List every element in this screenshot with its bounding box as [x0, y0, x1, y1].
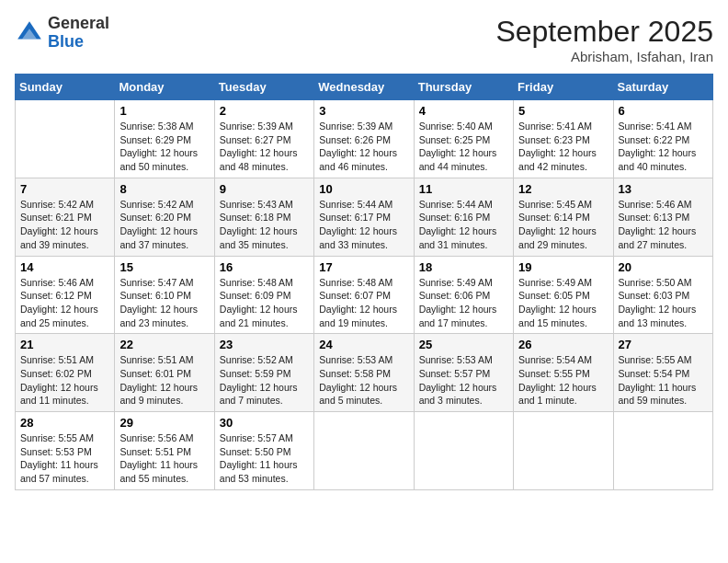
day-number: 11 — [419, 182, 508, 196]
week-row-4: 21Sunrise: 5:51 AM Sunset: 6:02 PM Dayli… — [16, 334, 713, 412]
day-info: Sunrise: 5:53 AM Sunset: 5:57 PM Dayligh… — [419, 353, 508, 408]
day-number: 24 — [319, 338, 408, 351]
day-number: 13 — [619, 182, 708, 196]
day-cell: 10Sunrise: 5:44 AM Sunset: 6:17 PM Dayli… — [314, 178, 414, 256]
day-number: 23 — [220, 338, 309, 351]
day-number: 27 — [619, 338, 708, 351]
day-info: Sunrise: 5:42 AM Sunset: 6:20 PM Dayligh… — [119, 198, 209, 252]
day-info: Sunrise: 5:41 AM Sunset: 6:22 PM Dayligh… — [619, 120, 708, 174]
day-cell: 23Sunrise: 5:52 AM Sunset: 5:59 PM Dayli… — [214, 334, 313, 412]
logo-text: General Blue — [48, 15, 109, 52]
day-info: Sunrise: 5:53 AM Sunset: 5:58 PM Dayligh… — [319, 353, 408, 408]
day-number: 22 — [119, 338, 209, 351]
day-number: 30 — [220, 416, 309, 430]
day-number: 5 — [518, 104, 608, 118]
day-cell — [414, 412, 513, 490]
day-cell: 25Sunrise: 5:53 AM Sunset: 5:57 PM Dayli… — [414, 334, 513, 412]
col-header-sunday: Sunday — [16, 75, 115, 100]
day-info: Sunrise: 5:41 AM Sunset: 6:23 PM Dayligh… — [518, 120, 608, 174]
col-header-saturday: Saturday — [613, 75, 712, 100]
day-cell: 9Sunrise: 5:43 AM Sunset: 6:18 PM Daylig… — [214, 178, 313, 256]
day-number: 21 — [20, 338, 109, 351]
day-info: Sunrise: 5:50 AM Sunset: 6:03 PM Dayligh… — [619, 276, 708, 330]
day-number: 9 — [220, 182, 309, 196]
logo: General Blue — [15, 15, 109, 52]
day-cell: 12Sunrise: 5:45 AM Sunset: 6:14 PM Dayli… — [514, 178, 613, 256]
day-number: 15 — [119, 260, 209, 274]
day-info: Sunrise: 5:55 AM Sunset: 5:53 PM Dayligh… — [20, 431, 109, 486]
day-number: 28 — [20, 416, 109, 430]
day-number: 3 — [319, 104, 408, 118]
day-cell: 21Sunrise: 5:51 AM Sunset: 6:02 PM Dayli… — [16, 334, 115, 412]
day-cell: 1Sunrise: 5:38 AM Sunset: 6:29 PM Daylig… — [115, 100, 214, 178]
day-number: 6 — [619, 104, 708, 118]
day-cell: 29Sunrise: 5:56 AM Sunset: 5:51 PM Dayli… — [115, 412, 214, 490]
day-number: 19 — [518, 260, 608, 274]
day-number: 17 — [319, 260, 408, 274]
day-number: 8 — [119, 182, 209, 196]
day-info: Sunrise: 5:52 AM Sunset: 5:59 PM Dayligh… — [220, 353, 309, 408]
col-header-wednesday: Wednesday — [314, 75, 414, 100]
day-info: Sunrise: 5:54 AM Sunset: 5:55 PM Dayligh… — [518, 353, 608, 408]
day-info: Sunrise: 5:55 AM Sunset: 5:54 PM Dayligh… — [619, 353, 708, 408]
day-cell — [514, 412, 613, 490]
day-info: Sunrise: 5:39 AM Sunset: 6:27 PM Dayligh… — [220, 120, 309, 174]
day-number: 4 — [419, 104, 508, 118]
day-number: 18 — [419, 260, 508, 274]
day-cell: 3Sunrise: 5:39 AM Sunset: 6:26 PM Daylig… — [314, 100, 414, 178]
logo-icon — [15, 18, 44, 48]
day-number: 10 — [319, 182, 408, 196]
week-row-3: 14Sunrise: 5:46 AM Sunset: 6:12 PM Dayli… — [16, 256, 713, 334]
day-number: 2 — [220, 104, 309, 118]
day-cell: 13Sunrise: 5:46 AM Sunset: 6:13 PM Dayli… — [613, 178, 712, 256]
col-header-monday: Monday — [115, 75, 214, 100]
day-cell: 28Sunrise: 5:55 AM Sunset: 5:53 PM Dayli… — [16, 412, 115, 490]
day-cell: 16Sunrise: 5:48 AM Sunset: 6:09 PM Dayli… — [214, 256, 313, 334]
week-row-1: 1Sunrise: 5:38 AM Sunset: 6:29 PM Daylig… — [16, 100, 713, 178]
day-cell — [16, 100, 115, 178]
day-cell: 22Sunrise: 5:51 AM Sunset: 6:01 PM Dayli… — [115, 334, 214, 412]
day-info: Sunrise: 5:57 AM Sunset: 5:50 PM Dayligh… — [220, 431, 309, 486]
day-info: Sunrise: 5:46 AM Sunset: 6:13 PM Dayligh… — [619, 198, 708, 252]
day-info: Sunrise: 5:47 AM Sunset: 6:10 PM Dayligh… — [119, 276, 209, 330]
day-cell: 27Sunrise: 5:55 AM Sunset: 5:54 PM Dayli… — [613, 334, 712, 412]
day-info: Sunrise: 5:51 AM Sunset: 6:02 PM Dayligh… — [20, 353, 109, 408]
day-number: 26 — [518, 338, 608, 351]
day-cell — [314, 412, 414, 490]
day-number: 1 — [119, 104, 209, 118]
day-cell: 2Sunrise: 5:39 AM Sunset: 6:27 PM Daylig… — [214, 100, 313, 178]
calendar-header-row: SundayMondayTuesdayWednesdayThursdayFrid… — [16, 75, 713, 100]
day-cell: 19Sunrise: 5:49 AM Sunset: 6:05 PM Dayli… — [514, 256, 613, 334]
day-number: 12 — [518, 182, 608, 196]
week-row-2: 7Sunrise: 5:42 AM Sunset: 6:21 PM Daylig… — [16, 178, 713, 256]
day-cell — [613, 412, 712, 490]
day-cell: 30Sunrise: 5:57 AM Sunset: 5:50 PM Dayli… — [214, 412, 313, 490]
col-header-friday: Friday — [514, 75, 613, 100]
day-info: Sunrise: 5:49 AM Sunset: 6:05 PM Dayligh… — [518, 276, 608, 330]
day-info: Sunrise: 5:46 AM Sunset: 6:12 PM Dayligh… — [20, 276, 109, 330]
day-info: Sunrise: 5:49 AM Sunset: 6:06 PM Dayligh… — [419, 276, 508, 330]
month-title: September 2025 — [495, 15, 713, 49]
day-info: Sunrise: 5:48 AM Sunset: 6:07 PM Dayligh… — [319, 276, 408, 330]
week-row-5: 28Sunrise: 5:55 AM Sunset: 5:53 PM Dayli… — [16, 412, 713, 490]
day-info: Sunrise: 5:44 AM Sunset: 6:17 PM Dayligh… — [319, 198, 408, 252]
day-info: Sunrise: 5:56 AM Sunset: 5:51 PM Dayligh… — [119, 431, 209, 486]
day-cell: 24Sunrise: 5:53 AM Sunset: 5:58 PM Dayli… — [314, 334, 414, 412]
calendar-table: SundayMondayTuesdayWednesdayThursdayFrid… — [15, 74, 713, 490]
day-info: Sunrise: 5:48 AM Sunset: 6:09 PM Dayligh… — [220, 276, 309, 330]
day-info: Sunrise: 5:44 AM Sunset: 6:16 PM Dayligh… — [419, 198, 508, 252]
day-cell: 4Sunrise: 5:40 AM Sunset: 6:25 PM Daylig… — [414, 100, 513, 178]
title-block: September 2025 Abrisham, Isfahan, Iran — [495, 15, 713, 64]
day-cell: 17Sunrise: 5:48 AM Sunset: 6:07 PM Dayli… — [314, 256, 414, 334]
day-cell: 8Sunrise: 5:42 AM Sunset: 6:20 PM Daylig… — [115, 178, 214, 256]
day-cell: 15Sunrise: 5:47 AM Sunset: 6:10 PM Dayli… — [115, 256, 214, 334]
col-header-tuesday: Tuesday — [214, 75, 313, 100]
day-number: 14 — [20, 260, 109, 274]
day-cell: 20Sunrise: 5:50 AM Sunset: 6:03 PM Dayli… — [613, 256, 712, 334]
day-info: Sunrise: 5:45 AM Sunset: 6:14 PM Dayligh… — [518, 198, 608, 252]
day-cell: 18Sunrise: 5:49 AM Sunset: 6:06 PM Dayli… — [414, 256, 513, 334]
location-subtitle: Abrisham, Isfahan, Iran — [495, 49, 713, 64]
day-cell: 11Sunrise: 5:44 AM Sunset: 6:16 PM Dayli… — [414, 178, 513, 256]
day-info: Sunrise: 5:40 AM Sunset: 6:25 PM Dayligh… — [419, 120, 508, 174]
day-number: 7 — [20, 182, 109, 196]
